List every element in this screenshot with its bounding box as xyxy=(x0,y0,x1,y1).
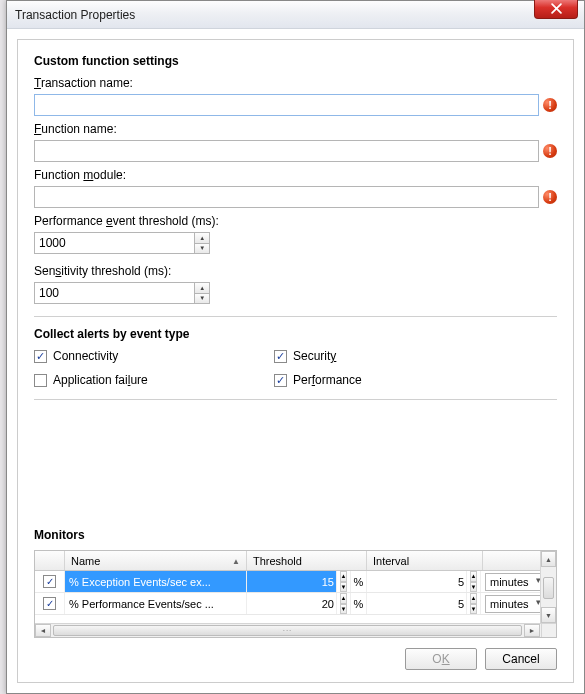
unit-select[interactable]: minutes xyxy=(485,573,544,591)
spinner-buttons[interactable]: ▲▼ xyxy=(467,593,481,614)
col-checkbox[interactable] xyxy=(35,551,65,570)
row-name: % Exception Events/sec ex... xyxy=(65,571,247,592)
monitors-table: Name▲ Threshold Interval % Exception Eve… xyxy=(34,550,557,638)
monitors-header: Name▲ Threshold Interval xyxy=(35,551,556,571)
row-threshold[interactable]: 20 xyxy=(247,593,337,614)
performance-checkbox[interactable]: Performance xyxy=(274,373,557,387)
checkbox-icon xyxy=(274,374,287,387)
row-interval[interactable]: 5 xyxy=(367,593,467,614)
perf-threshold-label: Performance event threshold (ms): xyxy=(34,214,557,228)
dialog-window: Transaction Properties Custom function s… xyxy=(6,0,585,694)
application-failure-checkbox[interactable]: Application failure xyxy=(34,373,274,387)
window-title: Transaction Properties xyxy=(15,8,135,22)
chevron-up-icon: ▲ xyxy=(340,593,348,604)
alerts-grid: Connectivity Security Application failur… xyxy=(34,349,557,387)
chevron-down-icon: ▼ xyxy=(470,582,478,593)
error-icon: ! xyxy=(543,144,557,158)
spinner-buttons[interactable]: ▲▼ xyxy=(337,593,351,614)
chevron-up-icon[interactable]: ▲ xyxy=(195,283,209,294)
scroll-corner xyxy=(541,624,556,637)
cancel-button[interactable]: Cancel xyxy=(485,648,557,670)
dialog-content: Custom function settings Transaction nam… xyxy=(17,39,574,683)
alerts-heading: Collect alerts by event type xyxy=(34,327,557,341)
spinner-buttons[interactable]: ▲▼ xyxy=(194,283,209,303)
row-checkbox[interactable] xyxy=(43,597,56,610)
vertical-scrollbar[interactable]: ▲ ▼ xyxy=(540,551,556,623)
table-row[interactable]: % Exception Events/sec ex... 15 ▲▼ % 5 ▲… xyxy=(35,571,556,593)
chevron-down-icon[interactable]: ▼ xyxy=(195,244,209,254)
chevron-down-icon: ▼ xyxy=(340,604,348,615)
chevron-up-icon: ▲ xyxy=(340,571,348,582)
spinner-buttons[interactable]: ▲▼ xyxy=(194,233,209,253)
chevron-down-icon[interactable]: ▼ xyxy=(195,294,209,304)
sort-asc-icon: ▲ xyxy=(232,557,240,566)
application-failure-label: Application failure xyxy=(53,373,148,387)
function-name-input[interactable] xyxy=(34,140,539,162)
col-interval[interactable]: Interval xyxy=(367,551,483,570)
chevron-up-icon: ▲ xyxy=(470,593,478,604)
spinner-buttons[interactable]: ▲▼ xyxy=(467,571,481,592)
security-checkbox[interactable]: Security xyxy=(274,349,557,363)
error-icon: ! xyxy=(543,98,557,112)
transaction-name-input[interactable] xyxy=(34,94,539,116)
function-module-input[interactable] xyxy=(34,186,539,208)
col-threshold[interactable]: Threshold xyxy=(247,551,367,570)
unit-select[interactable]: minutes xyxy=(485,595,544,613)
connectivity-checkbox[interactable]: Connectivity xyxy=(34,349,274,363)
security-label: Security xyxy=(293,349,336,363)
ok-button[interactable]: OK xyxy=(405,648,477,670)
checkbox-icon xyxy=(274,350,287,363)
chevron-up-icon[interactable]: ▲ xyxy=(195,233,209,244)
perf-threshold-input[interactable] xyxy=(35,233,194,253)
row-threshold[interactable]: 15 xyxy=(247,571,337,592)
dialog-footer: OK Cancel xyxy=(405,648,557,670)
close-button[interactable] xyxy=(534,0,578,19)
checkbox-icon xyxy=(34,374,47,387)
separator xyxy=(34,316,557,317)
chevron-up-icon: ▲ xyxy=(470,571,478,582)
function-module-label: Function module: xyxy=(34,168,557,182)
chevron-down-icon: ▼ xyxy=(340,582,348,593)
sensitivity-threshold-label: Sensitivity threshold (ms): xyxy=(34,264,557,278)
close-icon xyxy=(551,3,562,14)
scroll-thumb[interactable]: ··· xyxy=(53,625,522,636)
transaction-name-label: Transaction name: xyxy=(34,76,557,90)
function-name-label: Function name: xyxy=(34,122,557,136)
pct-label: % xyxy=(351,571,367,592)
custom-settings-heading: Custom function settings xyxy=(34,54,557,68)
error-icon: ! xyxy=(543,190,557,204)
monitors-heading: Monitors xyxy=(34,528,557,542)
separator xyxy=(34,399,557,400)
scroll-thumb[interactable] xyxy=(543,577,554,599)
row-interval[interactable]: 5 xyxy=(367,571,467,592)
scroll-left-icon[interactable]: ◄ xyxy=(35,624,51,637)
checkbox-icon xyxy=(34,350,47,363)
perf-threshold-spinner[interactable]: ▲▼ xyxy=(34,232,210,254)
scroll-up-icon[interactable]: ▲ xyxy=(541,551,556,567)
connectivity-label: Connectivity xyxy=(53,349,118,363)
pct-label: % xyxy=(351,593,367,614)
scroll-down-icon[interactable]: ▼ xyxy=(541,607,556,623)
spinner-buttons[interactable]: ▲▼ xyxy=(337,571,351,592)
table-row[interactable]: % Performance Events/sec ... 20 ▲▼ % 5 ▲… xyxy=(35,593,556,615)
row-name: % Performance Events/sec ... xyxy=(65,593,247,614)
horizontal-scrollbar[interactable]: ◄ ··· ► xyxy=(35,623,556,637)
row-checkbox[interactable] xyxy=(43,575,56,588)
sensitivity-threshold-input[interactable] xyxy=(35,283,194,303)
title-bar: Transaction Properties xyxy=(7,1,584,29)
performance-label: Performance xyxy=(293,373,362,387)
chevron-down-icon: ▼ xyxy=(470,604,478,615)
col-name[interactable]: Name▲ xyxy=(65,551,247,570)
sensitivity-threshold-spinner[interactable]: ▲▼ xyxy=(34,282,210,304)
scroll-right-icon[interactable]: ► xyxy=(524,624,540,637)
